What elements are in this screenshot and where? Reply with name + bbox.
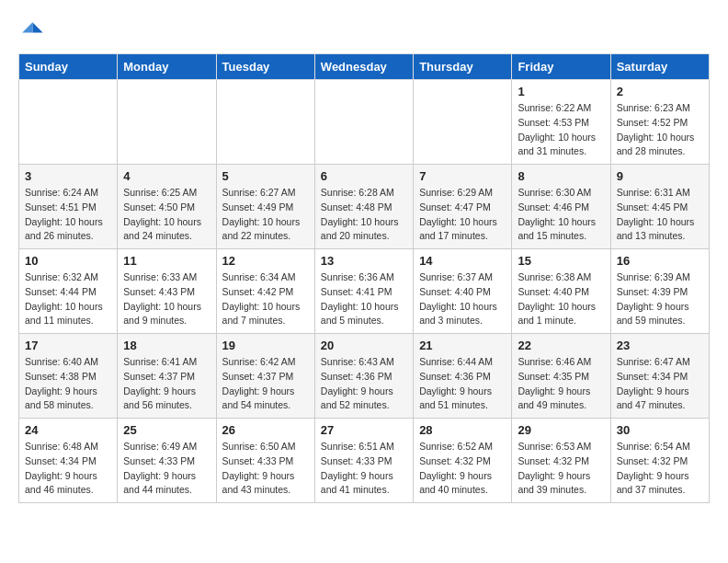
- day-info: Sunrise: 6:34 AM Sunset: 4:42 PM Dayligh…: [222, 270, 309, 328]
- day-number: 7: [419, 169, 506, 183]
- calendar-cell: 7Sunrise: 6:29 AM Sunset: 4:47 PM Daylig…: [414, 165, 512, 249]
- day-number: 27: [321, 423, 407, 437]
- calendar-cell: 27Sunrise: 6:51 AM Sunset: 4:33 PM Dayli…: [314, 419, 413, 503]
- day-number: 15: [518, 254, 604, 268]
- calendar-table: SundayMondayTuesdayWednesdayThursdayFrid…: [18, 53, 710, 503]
- calendar-week-row: 10Sunrise: 6:32 AM Sunset: 4:44 PM Dayli…: [19, 249, 710, 334]
- day-number: 8: [518, 169, 604, 183]
- day-info: Sunrise: 6:43 AM Sunset: 4:36 PM Dayligh…: [321, 355, 407, 413]
- calendar-cell: 29Sunrise: 6:53 AM Sunset: 4:32 PM Dayli…: [512, 419, 610, 503]
- day-info: Sunrise: 6:47 AM Sunset: 4:34 PM Dayligh…: [617, 355, 703, 413]
- calendar-cell: 26Sunrise: 6:50 AM Sunset: 4:33 PM Dayli…: [216, 419, 314, 503]
- calendar-week-row: 1Sunrise: 6:22 AM Sunset: 4:53 PM Daylig…: [19, 80, 710, 165]
- calendar-cell: [118, 80, 216, 165]
- day-number: 29: [518, 423, 604, 437]
- day-info: Sunrise: 6:44 AM Sunset: 4:36 PM Dayligh…: [419, 355, 506, 413]
- day-number: 6: [321, 169, 407, 183]
- calendar-week-row: 24Sunrise: 6:48 AM Sunset: 4:34 PM Dayli…: [19, 419, 710, 503]
- calendar-cell: 25Sunrise: 6:49 AM Sunset: 4:33 PM Dayli…: [118, 419, 216, 503]
- svg-marker-0: [32, 22, 42, 32]
- calendar-cell: 3Sunrise: 6:24 AM Sunset: 4:51 PM Daylig…: [19, 165, 118, 249]
- day-number: 10: [25, 254, 111, 268]
- col-header-sunday: Sunday: [19, 54, 118, 80]
- day-info: Sunrise: 6:41 AM Sunset: 4:37 PM Dayligh…: [123, 355, 210, 413]
- day-info: Sunrise: 6:46 AM Sunset: 4:35 PM Dayligh…: [518, 355, 604, 413]
- day-number: 30: [617, 423, 703, 437]
- calendar-cell: 30Sunrise: 6:54 AM Sunset: 4:32 PM Dayli…: [610, 419, 709, 503]
- col-header-monday: Monday: [118, 54, 216, 80]
- day-number: 14: [419, 254, 506, 268]
- day-info: Sunrise: 6:28 AM Sunset: 4:48 PM Dayligh…: [321, 186, 407, 244]
- day-info: Sunrise: 6:42 AM Sunset: 4:37 PM Dayligh…: [222, 355, 309, 413]
- day-info: Sunrise: 6:30 AM Sunset: 4:46 PM Dayligh…: [518, 186, 604, 244]
- col-header-friday: Friday: [512, 54, 610, 80]
- calendar-cell: 20Sunrise: 6:43 AM Sunset: 4:36 PM Dayli…: [314, 334, 413, 419]
- day-info: Sunrise: 6:37 AM Sunset: 4:40 PM Dayligh…: [419, 270, 506, 328]
- calendar-cell: 16Sunrise: 6:39 AM Sunset: 4:39 PM Dayli…: [610, 249, 709, 334]
- calendar-cell: 2Sunrise: 6:23 AM Sunset: 4:52 PM Daylig…: [610, 80, 709, 165]
- day-info: Sunrise: 6:31 AM Sunset: 4:45 PM Dayligh…: [617, 186, 703, 244]
- calendar-header-row: SundayMondayTuesdayWednesdayThursdayFrid…: [19, 54, 710, 80]
- day-number: 16: [617, 254, 703, 268]
- day-info: Sunrise: 6:33 AM Sunset: 4:43 PM Dayligh…: [123, 270, 210, 328]
- day-number: 13: [321, 254, 407, 268]
- day-number: 2: [617, 85, 703, 98]
- calendar-cell: 8Sunrise: 6:30 AM Sunset: 4:46 PM Daylig…: [512, 165, 610, 249]
- col-header-thursday: Thursday: [414, 54, 512, 80]
- day-number: 18: [123, 339, 210, 352]
- day-info: Sunrise: 6:49 AM Sunset: 4:33 PM Dayligh…: [123, 440, 210, 498]
- day-info: Sunrise: 6:23 AM Sunset: 4:52 PM Dayligh…: [617, 101, 703, 159]
- day-number: 12: [222, 254, 309, 268]
- logo-icon: [18, 18, 44, 44]
- col-header-saturday: Saturday: [610, 54, 709, 80]
- calendar-cell: 18Sunrise: 6:41 AM Sunset: 4:37 PM Dayli…: [118, 334, 216, 419]
- day-info: Sunrise: 6:40 AM Sunset: 4:38 PM Dayligh…: [25, 355, 111, 413]
- calendar-cell: 9Sunrise: 6:31 AM Sunset: 4:45 PM Daylig…: [610, 165, 709, 249]
- calendar-cell: 12Sunrise: 6:34 AM Sunset: 4:42 PM Dayli…: [216, 249, 314, 334]
- day-number: 22: [518, 339, 604, 352]
- day-number: 25: [123, 423, 210, 437]
- day-number: 5: [222, 169, 309, 183]
- calendar-cell: 10Sunrise: 6:32 AM Sunset: 4:44 PM Dayli…: [19, 249, 118, 334]
- col-header-wednesday: Wednesday: [314, 54, 413, 80]
- day-info: Sunrise: 6:32 AM Sunset: 4:44 PM Dayligh…: [25, 270, 111, 328]
- calendar-cell: 1Sunrise: 6:22 AM Sunset: 4:53 PM Daylig…: [512, 80, 610, 165]
- day-number: 4: [123, 169, 210, 183]
- calendar-cell: 4Sunrise: 6:25 AM Sunset: 4:50 PM Daylig…: [118, 165, 216, 249]
- calendar-cell: [216, 80, 314, 165]
- calendar-cell: 6Sunrise: 6:28 AM Sunset: 4:48 PM Daylig…: [314, 165, 413, 249]
- calendar-cell: 17Sunrise: 6:40 AM Sunset: 4:38 PM Dayli…: [19, 334, 118, 419]
- day-number: 24: [25, 423, 111, 437]
- calendar-cell: [414, 80, 512, 165]
- logo: [18, 18, 48, 44]
- day-info: Sunrise: 6:54 AM Sunset: 4:32 PM Dayligh…: [617, 440, 703, 498]
- day-info: Sunrise: 6:22 AM Sunset: 4:53 PM Dayligh…: [518, 101, 604, 159]
- day-number: 9: [617, 169, 703, 183]
- calendar-cell: 19Sunrise: 6:42 AM Sunset: 4:37 PM Dayli…: [216, 334, 314, 419]
- calendar-week-row: 3Sunrise: 6:24 AM Sunset: 4:51 PM Daylig…: [19, 165, 710, 249]
- calendar-cell: 28Sunrise: 6:52 AM Sunset: 4:32 PM Dayli…: [414, 419, 512, 503]
- calendar-cell: [314, 80, 413, 165]
- day-number: 28: [419, 423, 506, 437]
- day-info: Sunrise: 6:36 AM Sunset: 4:41 PM Dayligh…: [321, 270, 407, 328]
- day-info: Sunrise: 6:52 AM Sunset: 4:32 PM Dayligh…: [419, 440, 506, 498]
- day-info: Sunrise: 6:48 AM Sunset: 4:34 PM Dayligh…: [25, 440, 111, 498]
- day-number: 11: [123, 254, 210, 268]
- calendar-cell: 15Sunrise: 6:38 AM Sunset: 4:40 PM Dayli…: [512, 249, 610, 334]
- day-info: Sunrise: 6:39 AM Sunset: 4:39 PM Dayligh…: [617, 270, 703, 328]
- day-info: Sunrise: 6:38 AM Sunset: 4:40 PM Dayligh…: [518, 270, 604, 328]
- calendar-cell: 21Sunrise: 6:44 AM Sunset: 4:36 PM Dayli…: [414, 334, 512, 419]
- calendar-cell: 24Sunrise: 6:48 AM Sunset: 4:34 PM Dayli…: [19, 419, 118, 503]
- day-info: Sunrise: 6:29 AM Sunset: 4:47 PM Dayligh…: [419, 186, 506, 244]
- day-number: 26: [222, 423, 309, 437]
- day-number: 3: [25, 169, 111, 183]
- day-info: Sunrise: 6:25 AM Sunset: 4:50 PM Dayligh…: [123, 186, 210, 244]
- day-number: 1: [518, 85, 604, 98]
- page-header: [18, 18, 710, 44]
- calendar-week-row: 17Sunrise: 6:40 AM Sunset: 4:38 PM Dayli…: [19, 334, 710, 419]
- calendar-cell: 5Sunrise: 6:27 AM Sunset: 4:49 PM Daylig…: [216, 165, 314, 249]
- day-info: Sunrise: 6:24 AM Sunset: 4:51 PM Dayligh…: [25, 186, 111, 244]
- calendar-cell: 23Sunrise: 6:47 AM Sunset: 4:34 PM Dayli…: [610, 334, 709, 419]
- col-header-tuesday: Tuesday: [216, 54, 314, 80]
- calendar-cell: 14Sunrise: 6:37 AM Sunset: 4:40 PM Dayli…: [414, 249, 512, 334]
